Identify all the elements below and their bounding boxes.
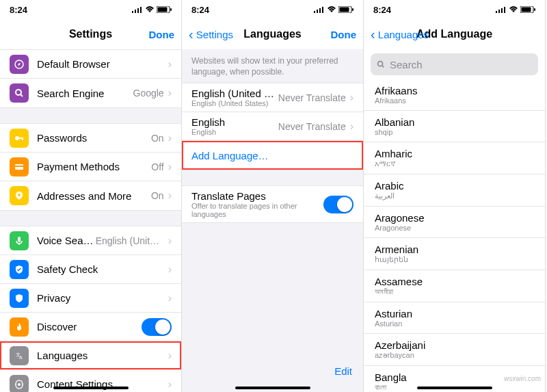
language-option[interactable]: AsturianAsturian	[364, 302, 545, 334]
chevron-icon: ›	[350, 92, 353, 104]
row-payment-methods[interactable]: Payment Methods Off ›	[0, 153, 181, 181]
language-option[interactable]: Armenianհայերեն	[364, 238, 545, 270]
status-time: 8:24	[191, 5, 209, 15]
status-time: 8:24	[10, 5, 27, 15]
svg-rect-26	[322, 7, 323, 13]
svg-rect-36	[534, 8, 535, 11]
svg-rect-30	[496, 11, 497, 13]
wifi-icon	[327, 6, 336, 13]
row-voice-search[interactable]: Voice Search English (United St… ›	[0, 226, 181, 255]
back-button[interactable]: ‹ Languages	[371, 27, 429, 42]
chevron-icon: ›	[168, 263, 172, 276]
svg-rect-23	[314, 11, 315, 13]
signal-icon	[314, 6, 325, 13]
svg-rect-25	[319, 8, 321, 13]
row-translate-pages[interactable]: Translate Pages Offer to translate pages…	[182, 186, 363, 222]
chevron-icon: ›	[168, 350, 172, 362]
translate-toggle[interactable]	[323, 196, 353, 213]
row-language-en-us[interactable]: English (United States) English (United …	[182, 83, 363, 112]
language-list[interactable]: AfrikaansAfrikaansAlbanianshqipAmharicአማ…	[364, 79, 545, 392]
discover-toggle[interactable]	[142, 318, 172, 336]
home-indicator[interactable]	[53, 387, 129, 389]
svg-rect-6	[170, 8, 172, 11]
screen-settings: 8:24 Settings Done Default Browser › Sea…	[0, 0, 182, 392]
row-discover[interactable]: Discover	[0, 313, 181, 341]
status-icons	[496, 6, 535, 13]
status-icons	[132, 6, 172, 13]
row-passwords[interactable]: Passwords On ›	[0, 124, 181, 153]
svg-line-38	[382, 66, 384, 68]
language-option[interactable]: AfrikaansAfrikaans	[364, 79, 545, 111]
edit-button[interactable]: Edit	[323, 358, 363, 384]
row-add-language[interactable]: Add Language…	[182, 141, 363, 170]
signal-icon	[496, 6, 507, 13]
svg-rect-12	[22, 138, 23, 140]
svg-rect-14	[15, 166, 23, 167]
chevron-left-icon: ‹	[371, 27, 375, 42]
svg-rect-2	[137, 8, 139, 13]
back-button[interactable]: ‹ Settings	[189, 27, 233, 42]
language-option[interactable]: Azerbaijaniazərbaycan	[364, 334, 545, 366]
shield-check-icon	[10, 260, 29, 279]
battery-icon	[520, 6, 535, 13]
section-note: Websites will show text in your preferre…	[182, 49, 363, 83]
svg-point-20	[18, 383, 21, 386]
row-languages[interactable]: 文A Languages ›	[0, 341, 181, 370]
chevron-icon: ›	[168, 132, 172, 144]
nav-bar: Settings Done	[0, 19, 181, 49]
status-icons	[314, 6, 353, 13]
row-privacy[interactable]: Privacy ›	[0, 284, 181, 313]
wifi-icon	[509, 6, 518, 13]
nav-bar: ‹ Settings Languages Done	[182, 19, 363, 49]
chevron-left-icon: ‹	[189, 27, 194, 42]
gear-icon	[10, 375, 29, 393]
row-language-en[interactable]: English English Never Translate ›	[182, 112, 363, 141]
done-button[interactable]: Done	[331, 29, 357, 40]
language-option[interactable]: Albanianshqip	[364, 111, 545, 142]
home-indicator[interactable]	[235, 387, 310, 389]
status-bar: 8:24	[364, 0, 545, 19]
language-option[interactable]: AragoneseAragonese	[364, 207, 545, 238]
screen-languages: 8:24 ‹ Settings Languages Done Websites …	[182, 0, 364, 392]
chevron-icon: ›	[168, 378, 172, 391]
search-icon	[376, 60, 386, 69]
row-search-engine[interactable]: Search Engine Google ›	[0, 79, 181, 107]
battery-icon	[157, 6, 172, 13]
chevron-icon: ›	[168, 190, 172, 202]
languages-list[interactable]: Websites will show text in your preferre…	[182, 49, 363, 392]
svg-point-37	[378, 62, 383, 66]
signal-icon	[132, 6, 143, 13]
home-indicator[interactable]	[417, 387, 492, 389]
key-icon	[10, 129, 29, 148]
chevron-icon: ›	[168, 235, 172, 247]
chevron-icon: ›	[168, 161, 172, 173]
chevron-icon: ›	[350, 120, 353, 133]
search-input[interactable]: Search	[371, 53, 538, 75]
language-option[interactable]: Arabicالعربية	[364, 174, 545, 207]
chevron-icon: ›	[168, 292, 172, 304]
svg-rect-29	[352, 8, 353, 11]
row-addresses[interactable]: Addresses and More On ›	[0, 181, 181, 210]
pin-icon	[10, 186, 29, 205]
settings-list[interactable]: Default Browser › Search Engine Google ›…	[0, 49, 181, 392]
svg-rect-16	[18, 237, 21, 242]
chevron-icon: ›	[168, 58, 172, 70]
svg-point-8	[16, 90, 21, 95]
status-time: 8:24	[373, 5, 391, 15]
battery-icon	[338, 6, 353, 13]
svg-rect-31	[498, 10, 500, 13]
svg-line-9	[21, 94, 23, 96]
row-safety-check[interactable]: Safety Check ›	[0, 255, 181, 284]
language-option[interactable]: Assameseঅসমীয়া	[364, 270, 545, 302]
watermark: wsxwin.com	[504, 375, 541, 382]
compass-icon	[10, 55, 29, 74]
status-bar: 8:24	[0, 0, 181, 19]
svg-rect-28	[340, 8, 349, 12]
language-option[interactable]: Amharicአማርኛ	[364, 142, 545, 174]
svg-rect-5	[158, 8, 168, 12]
done-button[interactable]: Done	[149, 29, 175, 40]
svg-rect-0	[132, 11, 133, 13]
row-default-browser[interactable]: Default Browser ›	[0, 50, 181, 79]
screen-add-language: 8:24 ‹ Languages Add Language Search Afr…	[364, 0, 546, 392]
svg-rect-33	[504, 7, 505, 13]
